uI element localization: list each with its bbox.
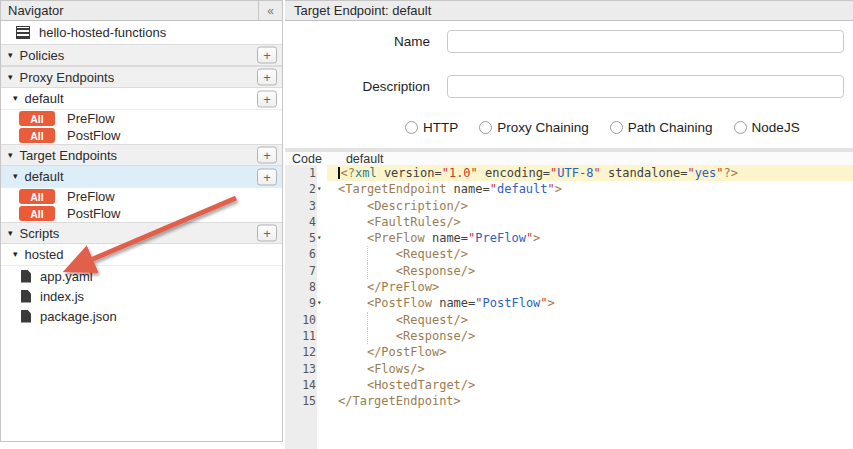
- disclosure-triangle-icon[interactable]: ▾: [13, 172, 18, 181]
- target-type-radio-group: HTTPProxy ChainingPath ChainingNodeJS: [405, 120, 853, 135]
- code-text[interactable]: <TargetEndpoint name="default">: [327, 181, 853, 197]
- nav-row-default[interactable]: ▾default+: [1, 88, 282, 110]
- name-field[interactable]: [447, 30, 844, 53]
- nav-row-preflow[interactable]: AllPreFlow: [1, 110, 282, 127]
- code-text[interactable]: <Request/>: [327, 312, 853, 328]
- nav-row-app-yaml[interactable]: app.yaml: [1, 266, 282, 286]
- radio-proxy-chaining[interactable]: Proxy Chaining: [479, 120, 589, 135]
- xml-code-editor[interactable]: 1▾<?xml version="1.0" encoding="UTF-8" s…: [285, 165, 853, 449]
- code-text[interactable]: <PreFlow name="PreFlow">: [327, 230, 853, 246]
- nav-row-policies[interactable]: ▾Policies+: [1, 44, 282, 66]
- nav-row-label: PostFlow: [67, 128, 120, 143]
- nav-row-hosted[interactable]: ▾hosted: [1, 244, 282, 266]
- nav-row-default[interactable]: ▾default+: [1, 166, 282, 188]
- nav-row-label: hello-hosted-functions: [39, 25, 166, 40]
- disclosure-triangle-icon[interactable]: ▾: [8, 229, 13, 238]
- nav-row-hello-hosted-functions[interactable]: hello-hosted-functions: [1, 21, 282, 44]
- nav-row-scripts[interactable]: ▾Scripts+: [1, 222, 282, 244]
- code-line-11[interactable]: 11▾ <Response/>: [285, 328, 853, 344]
- nav-row-label: hosted: [25, 247, 64, 262]
- description-field[interactable]: [447, 75, 844, 98]
- code-text[interactable]: <HostedTarget/>: [327, 377, 853, 393]
- line-number: 7▾: [285, 263, 327, 279]
- line-number: 12▾: [285, 344, 327, 360]
- nav-row-postflow[interactable]: AllPostFlow: [1, 127, 282, 144]
- radio-circle-icon[interactable]: [479, 121, 492, 134]
- add-button[interactable]: +: [257, 225, 277, 242]
- code-text[interactable]: <Response/>: [327, 328, 853, 344]
- target-endpoint-form: Name Description HTTPProxy ChainingPath …: [285, 21, 853, 135]
- collapse-panel-icon[interactable]: «: [258, 1, 282, 21]
- code-line-13[interactable]: 13▾ <Flows/>: [285, 361, 853, 377]
- disclosure-triangle-icon[interactable]: ▾: [13, 250, 18, 259]
- add-button[interactable]: +: [257, 147, 277, 164]
- code-line-7[interactable]: 7▾ <Response/>: [285, 263, 853, 279]
- target-endpoint-header: Target Endpoint: default: [285, 1, 853, 21]
- add-button[interactable]: +: [257, 69, 277, 86]
- nav-row-postflow[interactable]: AllPostFlow: [1, 205, 282, 222]
- code-text[interactable]: </PreFlow>: [327, 279, 853, 295]
- code-text[interactable]: <?xml version="1.0" encoding="UTF-8" sta…: [327, 165, 853, 181]
- line-number: 5▾: [285, 230, 327, 246]
- code-text[interactable]: <Flows/>: [327, 361, 853, 377]
- code-text[interactable]: <Response/>: [327, 263, 853, 279]
- line-number: 15▾: [285, 393, 327, 409]
- code-line-2[interactable]: 2▾<TargetEndpoint name="default">: [285, 181, 853, 197]
- nav-row-label: index.js: [40, 289, 84, 304]
- code-text[interactable]: </TargetEndpoint>: [327, 393, 853, 409]
- document-list-icon: [16, 26, 30, 39]
- nav-row-proxy-endpoints[interactable]: ▾Proxy Endpoints+: [1, 66, 282, 88]
- code-text[interactable]: <Request/>: [327, 246, 853, 262]
- disclosure-triangle-icon[interactable]: ▾: [8, 73, 13, 82]
- target-endpoint-panel: Target Endpoint: default Name Descriptio…: [285, 0, 853, 442]
- code-line-12[interactable]: 12▾ </PostFlow>: [285, 344, 853, 360]
- navigator-tree: hello-hosted-functions▾Policies+▾Proxy E…: [1, 21, 282, 326]
- name-field-row: Name: [285, 30, 853, 53]
- disclosure-triangle-icon[interactable]: ▾: [8, 151, 13, 160]
- code-text[interactable]: <PostFlow name="PostFlow">: [327, 295, 853, 311]
- fold-arrow-icon[interactable]: ▾: [317, 230, 327, 246]
- code-line-9[interactable]: 9▾ <PostFlow name="PostFlow">: [285, 295, 853, 311]
- nav-row-index-js[interactable]: index.js: [1, 286, 282, 306]
- indent-guide: [367, 246, 368, 262]
- add-button[interactable]: +: [257, 90, 277, 107]
- fold-arrow-icon[interactable]: ▾: [317, 295, 327, 311]
- radio-circle-icon[interactable]: [405, 121, 418, 134]
- disclosure-triangle-icon[interactable]: ▾: [13, 94, 18, 103]
- nav-row-label: Scripts: [20, 226, 60, 241]
- radio-http[interactable]: HTTP: [405, 120, 458, 135]
- indent-guide: [367, 312, 368, 328]
- fold-arrow-icon[interactable]: ▾: [317, 181, 327, 197]
- code-text[interactable]: <Description/>: [327, 198, 853, 214]
- description-field-row: Description: [285, 75, 853, 98]
- code-line-6[interactable]: 6▾ <Request/>: [285, 246, 853, 262]
- code-line-1[interactable]: 1▾<?xml version="1.0" encoding="UTF-8" s…: [285, 165, 853, 181]
- radio-nodejs[interactable]: NodeJS: [734, 120, 800, 135]
- code-line-5[interactable]: 5▾ <PreFlow name="PreFlow">: [285, 230, 853, 246]
- line-number: 10▾: [285, 312, 327, 328]
- nav-row-preflow[interactable]: AllPreFlow: [1, 188, 282, 205]
- proxy-editor-screen: Navigator « hello-hosted-functions▾Polic…: [0, 0, 853, 449]
- code-line-3[interactable]: 3▾ <Description/>: [285, 198, 853, 214]
- code-line-4[interactable]: 4▾ <FaultRules/>: [285, 214, 853, 230]
- disclosure-triangle-icon[interactable]: ▾: [8, 51, 13, 60]
- radio-circle-icon[interactable]: [610, 121, 623, 134]
- code-text[interactable]: </PostFlow>: [327, 344, 853, 360]
- file-icon: [21, 310, 31, 323]
- all-conditions-badge: All: [19, 111, 55, 126]
- nav-row-label: PreFlow: [67, 189, 115, 204]
- code-line-14[interactable]: 14▾ <HostedTarget/>: [285, 377, 853, 393]
- nav-row-target-endpoints[interactable]: ▾Target Endpoints+: [1, 144, 282, 166]
- code-line-15[interactable]: 15▾</TargetEndpoint>: [285, 393, 853, 409]
- nav-row-label: default: [25, 91, 64, 106]
- radio-path-chaining[interactable]: Path Chaining: [610, 120, 713, 135]
- all-conditions-badge: All: [19, 128, 55, 143]
- code-tab-default[interactable]: default: [322, 152, 384, 166]
- nav-row-package-json[interactable]: package.json: [1, 306, 282, 326]
- radio-circle-icon[interactable]: [734, 121, 747, 134]
- code-text[interactable]: <FaultRules/>: [327, 214, 853, 230]
- code-line-10[interactable]: 10▾ <Request/>: [285, 312, 853, 328]
- code-line-8[interactable]: 8▾ </PreFlow>: [285, 279, 853, 295]
- add-button[interactable]: +: [257, 168, 277, 185]
- add-button[interactable]: +: [257, 47, 277, 64]
